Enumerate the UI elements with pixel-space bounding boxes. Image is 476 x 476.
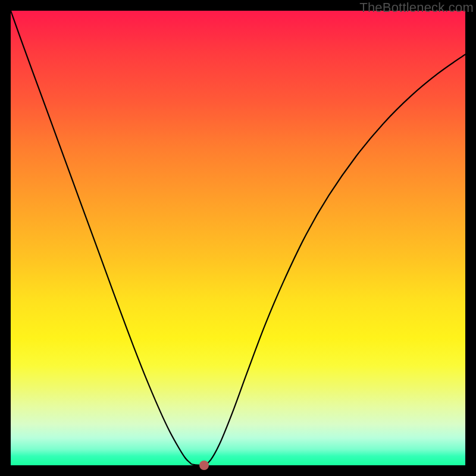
plot-area [11,11,465,465]
bottleneck-curve [11,11,465,465]
minimum-marker-dot [199,461,209,470]
watermark-text: TheBottleneck.com [359,0,474,15]
chart-stage: TheBottleneck.com [0,0,476,476]
